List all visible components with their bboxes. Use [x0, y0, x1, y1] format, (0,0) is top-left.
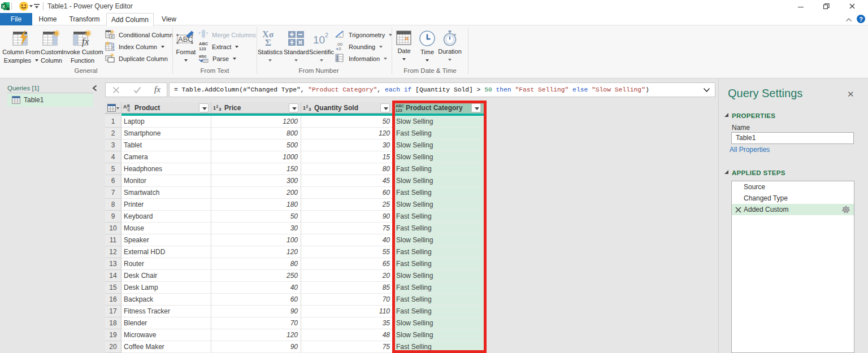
svg-text:C: C [128, 108, 131, 112]
svg-text:3: 3 [336, 59, 338, 62]
svg-text:B: B [127, 104, 130, 108]
svg-text:?: ? [859, 16, 863, 23]
svg-text:123: 123 [199, 46, 206, 51]
svg-text:1: 1 [303, 105, 306, 111]
svg-text:abc: abc [199, 54, 207, 59]
svg-text:.0: .0 [337, 46, 341, 51]
svg-text:2: 2 [216, 104, 219, 108]
svg-text:1: 1 [213, 105, 216, 111]
svg-text:ABC: ABC [178, 35, 193, 43]
svg-text:3: 3 [112, 48, 115, 51]
svg-text:Σ: Σ [265, 37, 271, 47]
svg-text:ABC: ABC [199, 41, 208, 46]
svg-text:2: 2 [306, 104, 309, 108]
svg-text:#: # [111, 34, 113, 38]
svg-text:X: X [2, 4, 5, 9]
svg-text:3: 3 [309, 107, 311, 112]
svg-text:A: A [123, 104, 127, 110]
svg-text:2: 2 [325, 32, 328, 38]
svg-text:fx: fx [82, 36, 89, 47]
svg-text:3: 3 [219, 107, 222, 112]
svg-text:10: 10 [313, 34, 325, 46]
